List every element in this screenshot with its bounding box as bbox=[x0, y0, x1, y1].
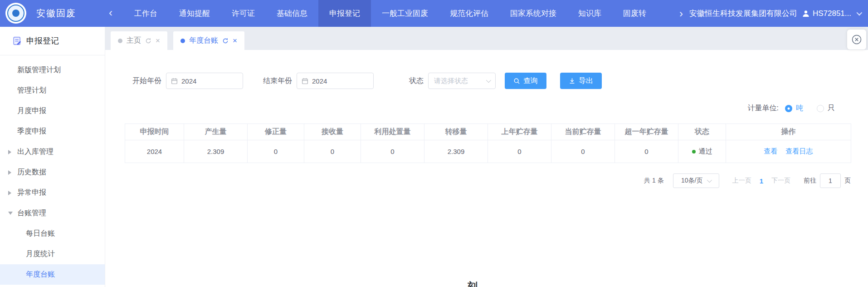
collapse-sidebar-icon[interactable]: ‹ bbox=[109, 0, 112, 27]
status-badge: 通过 bbox=[699, 147, 712, 156]
chevron-down-icon bbox=[707, 178, 712, 183]
close-icon[interactable]: × bbox=[233, 37, 237, 45]
refresh-icon[interactable] bbox=[145, 38, 151, 44]
sidebar-item-daily-ledger[interactable]: 每日台账 bbox=[0, 223, 105, 244]
cell-received: 0 bbox=[304, 140, 361, 163]
sidebar-item-history-data[interactable]: 历史数据 bbox=[0, 162, 105, 183]
status-dot-icon bbox=[692, 150, 696, 153]
caret-down-icon bbox=[8, 212, 13, 215]
nav-item-waste-transfer-clipped[interactable]: 固废转 bbox=[612, 0, 657, 27]
nav-item-declaration[interactable]: 申报登记 bbox=[318, 0, 371, 27]
export-button[interactable]: 导出 bbox=[560, 73, 602, 89]
start-year-input[interactable] bbox=[181, 77, 238, 85]
sidebar-menu: 新版管理计划 管理计划 月度申报 季度申报 出入库管理 历史数据 异常申报 台账… bbox=[0, 55, 105, 285]
col-current-storage: 当前贮存量 bbox=[551, 124, 615, 140]
declaration-doc-icon bbox=[13, 36, 22, 45]
goto-label: 前往 bbox=[804, 177, 816, 185]
cell-over-one-year-storage: 0 bbox=[615, 140, 678, 163]
nav-item-general-industrial-waste[interactable]: 一般工业固废 bbox=[371, 0, 439, 27]
sidebar-item-management-plan[interactable]: 管理计划 bbox=[0, 80, 105, 101]
page: 安徽固废 ‹ 工作台 通知提醒 许可证 基础信息 申报登记 一般工业固废 规范化… bbox=[0, 0, 868, 287]
col-over-one-year-storage: 超一年贮存量 bbox=[615, 124, 678, 140]
annual-ledger-table: 申报时间 产生量 修正量 接收量 利用处置量 转移量 上年贮存量 当前贮存量 超… bbox=[125, 124, 851, 163]
tab-strip: 主页 × 年度台账 × bbox=[105, 27, 868, 50]
start-year-field[interactable] bbox=[166, 73, 243, 89]
nav-item-basic-info[interactable]: 基础信息 bbox=[266, 0, 318, 27]
end-year-input[interactable] bbox=[312, 77, 369, 85]
cell-transferred: 2.309 bbox=[424, 140, 488, 163]
calendar-icon bbox=[171, 78, 178, 84]
query-button[interactable]: 查询 bbox=[505, 73, 546, 89]
sidebar-item-abnormal-declaration[interactable]: 异常申报 bbox=[0, 183, 105, 203]
nav-item-national-system[interactable]: 国家系统对接 bbox=[499, 0, 567, 27]
tab-annual-ledger[interactable]: 年度台账 × bbox=[173, 31, 244, 50]
pagination: 共 1 条 10条/页 上一页 1 下一页 前往 页 bbox=[644, 173, 851, 188]
end-year-label: 结束年份 bbox=[263, 76, 292, 86]
radio-unit-piece[interactable]: 只 bbox=[817, 104, 835, 113]
current-page[interactable]: 1 bbox=[760, 177, 763, 185]
goto-page-input[interactable] bbox=[820, 173, 841, 188]
nav-item-standardization-assessment[interactable]: 规范化评估 bbox=[439, 0, 499, 27]
view-link[interactable]: 查看 bbox=[764, 147, 777, 155]
col-actions: 操作 bbox=[726, 124, 851, 140]
col-utilized-disposed: 利用处置量 bbox=[361, 124, 424, 140]
nav-item-workbench[interactable]: 工作台 bbox=[123, 0, 168, 27]
sidebar-item-quarterly-declaration[interactable]: 季度申报 bbox=[0, 121, 105, 142]
unit-row: 计量单位: 吨 只 bbox=[748, 104, 835, 113]
sidebar-item-monthly-declaration[interactable]: 月度申报 bbox=[0, 101, 105, 121]
sidebar-item-new-management-plan[interactable]: 新版管理计划 bbox=[0, 60, 105, 80]
view-log-link[interactable]: 查看日志 bbox=[786, 147, 813, 155]
goto-suffix: 页 bbox=[844, 177, 851, 185]
table-row: 2024 2.309 0 0 0 2.309 0 0 0 bbox=[125, 140, 851, 163]
sidebar-item-monthly-stats[interactable]: 月度统计 bbox=[0, 244, 105, 264]
company-name: 安徽恒生科技发展集团有限公司 bbox=[689, 8, 797, 19]
close-icon[interactable]: × bbox=[156, 37, 160, 45]
nav-item-notifications[interactable]: 通知提醒 bbox=[168, 0, 221, 27]
tab-home[interactable]: 主页 × bbox=[111, 31, 167, 50]
sidebar-item-inout-warehouse[interactable]: 出入库管理 bbox=[0, 142, 105, 162]
cell-prev-year-storage: 0 bbox=[488, 140, 551, 163]
status-select[interactable]: 请选择状态 bbox=[428, 73, 496, 89]
unit-label: 计量单位: bbox=[748, 104, 779, 113]
radio-selected-icon bbox=[785, 105, 792, 112]
col-generated: 产生量 bbox=[184, 124, 248, 140]
nav-overflow-arrow-icon[interactable]: › bbox=[679, 1, 683, 26]
cell-status: 通过 bbox=[678, 140, 726, 163]
sidebar-item-annual-ledger[interactable]: 年度台账 bbox=[0, 264, 105, 285]
close-all-tabs-button[interactable] bbox=[847, 30, 866, 49]
caret-right-icon bbox=[8, 170, 11, 175]
cell-current-storage: 0 bbox=[551, 140, 615, 163]
cell-actions: 查看 查看日志 bbox=[726, 140, 851, 163]
nav-item-knowledge-base[interactable]: 知识库 bbox=[567, 0, 612, 27]
prev-page-button[interactable]: 上一页 bbox=[732, 177, 751, 185]
end-year-field[interactable] bbox=[297, 73, 374, 89]
app-title: 安徽固废 bbox=[36, 0, 76, 27]
top-navbar: 安徽固废 ‹ 工作台 通知提醒 许可证 基础信息 申报登记 一般工业固废 规范化… bbox=[0, 0, 868, 27]
col-status: 状态 bbox=[678, 124, 726, 140]
col-prev-year-storage: 上年贮存量 bbox=[488, 124, 551, 140]
radio-unselected-icon bbox=[817, 105, 824, 112]
user-menu-chevron-down-icon[interactable] bbox=[857, 10, 863, 16]
start-year-label: 开始年份 bbox=[132, 76, 161, 86]
radio-unit-ton[interactable]: 吨 bbox=[785, 104, 803, 113]
cell-declare-time: 2024 bbox=[125, 140, 184, 163]
nav-item-license[interactable]: 许可证 bbox=[221, 0, 266, 27]
top-nav: 工作台 通知提醒 许可证 基础信息 申报登记 一般工业固废 规范化评估 国家系统… bbox=[123, 0, 657, 27]
sidebar-header: 申报登记 bbox=[0, 27, 105, 55]
tab-status-dot bbox=[180, 39, 185, 43]
sidebar: 申报登记 新版管理计划 管理计划 月度申报 季度申报 出入库管理 历史数据 异常… bbox=[0, 27, 105, 287]
user-id[interactable]: HS72851... bbox=[813, 9, 851, 18]
refresh-icon[interactable] bbox=[222, 38, 229, 44]
page-size-select[interactable]: 10条/页 bbox=[673, 173, 719, 188]
content: 开始年份 结束年份 状态 请选择状态 bbox=[105, 50, 868, 287]
calendar-icon bbox=[302, 78, 308, 84]
col-received: 接收量 bbox=[304, 124, 361, 140]
cell-corrected: 0 bbox=[248, 140, 304, 163]
user-icon bbox=[802, 10, 810, 18]
col-declare-time: 申报时间 bbox=[125, 124, 184, 140]
col-corrected: 修正量 bbox=[248, 124, 304, 140]
sidebar-item-ledger-management[interactable]: 台账管理 bbox=[0, 203, 105, 223]
next-page-button[interactable]: 下一页 bbox=[771, 177, 790, 185]
col-transferred: 转移量 bbox=[424, 124, 488, 140]
caret-right-icon bbox=[8, 191, 11, 195]
